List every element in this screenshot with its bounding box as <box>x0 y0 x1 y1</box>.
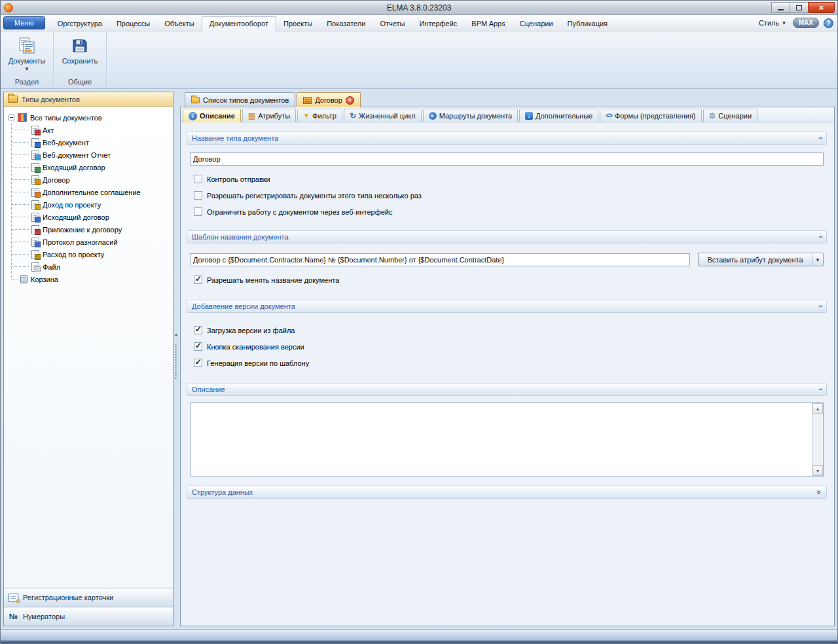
checkbox[interactable] <box>194 359 202 367</box>
collapse-section-icon[interactable]: › <box>817 305 824 308</box>
splitter-grip[interactable] <box>175 343 177 380</box>
tree-item-label: Дополнительное соглашение <box>43 188 141 196</box>
checkbox-row-scan-button[interactable]: Кнопка сканирования версии <box>194 338 827 355</box>
expand-section-icon[interactable]: » <box>816 490 823 495</box>
folder-icon <box>191 97 200 103</box>
documents-button[interactable]: Документы ▾ <box>6 33 48 77</box>
insert-attribute-button[interactable]: Вставить атрибут документа ▾ <box>698 253 824 266</box>
tab-description[interactable]: i Описание <box>183 109 241 122</box>
titlebar[interactable]: ELMA 3.8.0.23203 × <box>1 1 837 15</box>
tree-item-disagreement-protocol[interactable]: Протокол разногласий <box>4 236 173 248</box>
tree-item-act[interactable]: Акт <box>4 124 173 136</box>
tab-additional[interactable]: ↓ Дополнительные <box>519 109 598 122</box>
tab-interface[interactable]: Интерфейс <box>412 16 464 31</box>
scroll-down-icon[interactable]: ▼ <box>812 465 823 476</box>
gear-icon: ⚙ <box>709 111 716 120</box>
project-income-icon <box>31 200 39 209</box>
tab-projects[interactable]: Проекты <box>276 16 319 31</box>
maximize-icon <box>796 5 802 10</box>
section-header-template[interactable]: Шаблон названия документа › <box>187 230 827 243</box>
tab-scripts[interactable]: Сценарии <box>513 16 560 31</box>
tab-publication[interactable]: Публикация <box>560 16 615 31</box>
collapse-sidebar-icon[interactable]: ◄ <box>173 332 178 337</box>
tab-document-type-list[interactable]: Список типов документов <box>185 92 295 107</box>
collapse-section-icon[interactable]: › <box>817 236 824 238</box>
section-header-versions[interactable]: Добавление версии документа › <box>187 300 827 313</box>
tab-filter[interactable]: ▼ Фильтр <box>297 109 342 122</box>
tab-lifecycle[interactable]: ↻ Жизненный цикл <box>344 109 422 122</box>
tree-item-additional-agreement[interactable]: Дополнительное соглашение <box>4 186 173 198</box>
tree-item-project-expense[interactable]: Расход по проекту <box>4 248 173 260</box>
tab-contract[interactable]: Договор × <box>297 92 361 107</box>
checkbox-row-register-multiple[interactable]: Разрешать регистрировать документы этого… <box>194 187 827 204</box>
tree-item-outgoing-contract[interactable]: Исходящий договор <box>4 211 173 223</box>
document-tab-strip: Список типов документов Договор × <box>180 92 835 107</box>
checkbox-row-send-control[interactable]: Контроль отправки <box>194 171 827 187</box>
web-report-icon <box>31 151 39 160</box>
tree-item-contract[interactable]: Договор <box>4 173 173 186</box>
style-button[interactable]: Стиль ▾ <box>756 18 788 28</box>
checkbox[interactable] <box>194 326 202 334</box>
checkbox-row-upload-version[interactable]: Загрузка версии из файла <box>194 322 827 338</box>
sidebar-splitter[interactable]: ◄ <box>173 92 178 626</box>
tab-objects[interactable]: Объекты <box>157 16 201 31</box>
name-template-input[interactable] <box>190 253 690 266</box>
close-button[interactable]: × <box>808 2 835 13</box>
tree-item-web-document-report[interactable]: Веб-документ Отчет <box>4 149 173 161</box>
scroll-up-icon[interactable]: ▲ <box>812 403 823 414</box>
section-header-data-structure[interactable]: Структура данных » <box>187 486 827 499</box>
help-icon[interactable]: ? <box>824 18 833 28</box>
tab-indicators[interactable]: Показатели <box>319 16 373 31</box>
checkbox[interactable] <box>194 175 202 183</box>
tab-processes[interactable]: Процессы <box>109 16 157 31</box>
checkbox[interactable] <box>194 276 202 284</box>
tree-root-all-types[interactable]: Все типы документов <box>4 111 173 124</box>
minimize-button[interactable] <box>771 2 790 13</box>
tree-item-recycle-bin[interactable]: Корзина <box>4 273 173 285</box>
tab-scripts[interactable]: ⚙ Сценарии <box>703 109 758 122</box>
checkbox-row-allow-rename[interactable]: Разрешать менять название документа <box>194 272 827 288</box>
description-textarea[interactable] <box>191 403 812 476</box>
section-header-description[interactable]: Описание › <box>187 383 827 396</box>
tree-item-web-document[interactable]: Веб-документ <box>4 136 173 149</box>
tree-item-label: Договор <box>43 176 70 184</box>
tab-document-routes[interactable]: ► Маршруты документа <box>423 109 518 122</box>
checkbox-row-restrict-web[interactable]: Ограничить работу с документом через веб… <box>194 204 827 220</box>
style-label: Стиль <box>759 19 779 27</box>
chevron-down-icon: ▾ <box>816 257 820 263</box>
document-types-tree: Все типы документов Акт Веб-документ Веб… <box>4 107 173 588</box>
save-button[interactable]: Сохранить <box>59 33 101 77</box>
tab-reports[interactable]: Отчеты <box>373 16 412 31</box>
collapse-expander-icon[interactable] <box>9 115 14 120</box>
nav-numerators[interactable]: № Нумераторы <box>4 607 173 626</box>
maximize-button[interactable] <box>790 2 809 13</box>
section-header-name[interactable]: Название типа документа › <box>187 132 827 145</box>
registration-card-icon <box>9 594 18 602</box>
document-type-name-input[interactable] <box>190 152 824 166</box>
tree-item-contract-annex[interactable]: Приложение к договору <box>4 223 173 236</box>
collapse-section-icon[interactable]: › <box>817 388 824 391</box>
menu-button[interactable]: Меню <box>3 16 45 29</box>
tree-item-project-income[interactable]: Доход по проекту <box>4 198 173 211</box>
documents-button-label: Документы <box>9 57 46 65</box>
nav-registration-cards[interactable]: Регистрационные карточки <box>4 588 173 607</box>
checkbox-row-generate-template[interactable]: Генерация версии по шаблону <box>194 355 827 371</box>
close-tab-icon[interactable]: × <box>346 96 354 105</box>
collapse-section-icon[interactable]: › <box>817 137 824 139</box>
checkbox[interactable] <box>194 191 202 200</box>
scrollbar[interactable]: ▲ ▼ <box>812 403 823 476</box>
tree-item-label: Веб-документ <box>43 139 89 147</box>
tab-bpm-apps[interactable]: BPM Apps <box>464 16 512 31</box>
checkbox[interactable] <box>194 342 202 351</box>
tab-orgstructure[interactable]: Оргструктура <box>50 16 109 31</box>
tree-item-file[interactable]: Файл <box>4 260 173 273</box>
minimize-icon <box>778 9 784 10</box>
tree-item-incoming-contract[interactable]: Входящий договор <box>4 161 173 173</box>
max-badge[interactable]: MAX <box>793 18 819 28</box>
tab-attributes[interactable]: ▦ Атрибуты <box>242 109 296 122</box>
checkbox[interactable] <box>194 207 202 216</box>
tab-document-flow[interactable]: Документооборот <box>202 16 276 31</box>
tab-forms[interactable]: <> Формы (представления) <box>600 109 701 122</box>
contract-annex-icon <box>31 225 39 234</box>
dropdown-section[interactable]: ▾ <box>812 253 823 266</box>
